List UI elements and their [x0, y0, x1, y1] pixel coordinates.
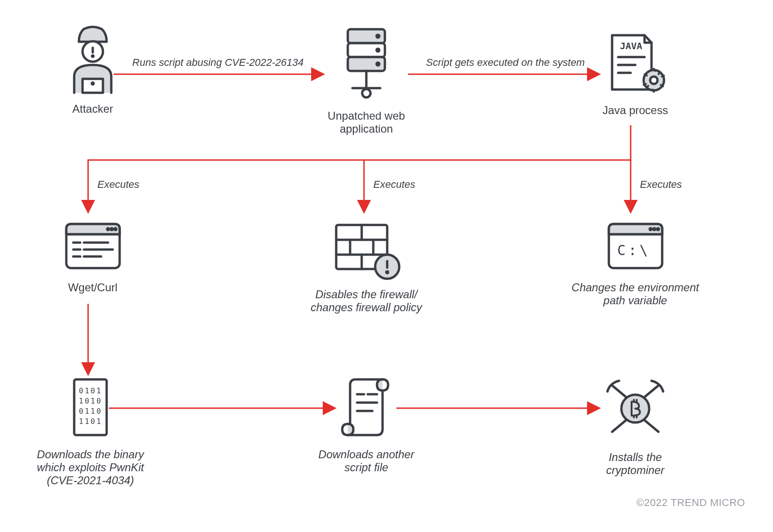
script-label: Downloads another script file [311, 448, 422, 474]
svg-text:0110: 0110 [79, 407, 102, 416]
copyright-text: ©2022 TREND MICRO [636, 497, 745, 509]
node-attacker: Attacker [46, 26, 139, 115]
crypto-label: Installs the cryptominer [591, 451, 679, 477]
svg-text:0101: 0101 [79, 386, 102, 395]
svg-point-43 [657, 228, 659, 230]
svg-point-22 [111, 228, 113, 230]
svg-point-23 [115, 228, 116, 230]
node-crypto: Installs the cryptominer [591, 374, 679, 477]
edge-label-cve: Runs script abusing CVE-2022-26134 [121, 57, 315, 69]
firewall-icon [329, 220, 403, 282]
svg-point-4 [92, 83, 94, 84]
node-wget: Wget/Curl [51, 220, 134, 294]
terminal-icon [62, 220, 124, 276]
attacker-label: Attacker [46, 103, 139, 115]
binary-file-icon: 0101 1010 0110 1101 [65, 376, 116, 442]
node-java: JAVA Java process [589, 32, 682, 117]
svg-point-19 [650, 77, 658, 84]
svg-point-9 [377, 49, 379, 51]
svg-rect-3 [83, 79, 103, 93]
node-binary: 0101 1010 0110 1101 Downloads the binary… [23, 376, 158, 487]
svg-text:JAVA: JAVA [620, 40, 642, 51]
envpath-label: Changes the environment path variable [570, 281, 700, 307]
svg-point-42 [653, 228, 655, 230]
webapp-label: Unpatched web application [301, 109, 431, 135]
svg-text:C:\: C:\ [617, 242, 651, 258]
edge-label-exec-system: Script gets executed on the system [415, 57, 596, 69]
commandline-icon: C:\ [604, 220, 667, 276]
edge-label-executes-2: Executes [373, 179, 415, 191]
server-icon [334, 26, 399, 104]
node-webapp: Unpatched web application [301, 26, 431, 135]
java-document-icon: JAVA [601, 32, 670, 98]
svg-point-2 [92, 56, 94, 57]
svg-point-39 [386, 271, 388, 273]
edge-label-executes-3: Executes [640, 179, 682, 191]
java-label: Java process [589, 104, 682, 117]
binary-label: Downloads the binary which exploits PwnK… [23, 448, 158, 487]
wget-label: Wget/Curl [51, 281, 134, 294]
edge-label-executes-1: Executes [97, 179, 140, 191]
svg-point-10 [377, 63, 379, 65]
svg-point-41 [650, 228, 652, 230]
node-script: Downloads another script file [311, 376, 422, 474]
firewall-label: Disables the firewall/ changes firewall … [301, 288, 431, 314]
svg-text:1101: 1101 [79, 417, 102, 426]
arrow-java-to-wget [88, 125, 631, 211]
node-firewall: Disables the firewall/ changes firewall … [301, 220, 431, 314]
node-envpath: C:\ Changes the environment path variabl… [570, 220, 700, 307]
svg-point-21 [107, 228, 109, 230]
svg-point-8 [377, 35, 379, 38]
attacker-icon [60, 26, 125, 97]
svg-point-13 [362, 89, 371, 97]
cryptominer-icon [598, 374, 672, 445]
svg-text:1010: 1010 [79, 397, 102, 405]
scroll-icon [336, 376, 396, 442]
